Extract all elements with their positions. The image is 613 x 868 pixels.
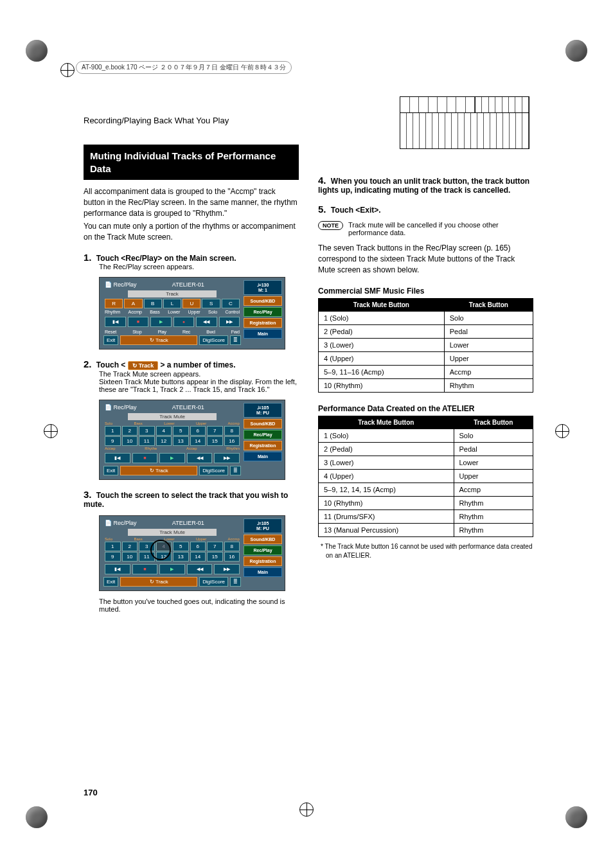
table-row: 1 (Solo)Solo: [319, 429, 533, 443]
lcd-mute-track[interactable]: 10: [122, 436, 138, 446]
lcd-fwd-button[interactable]: ▶▶: [214, 564, 240, 574]
step-number: 1.: [84, 252, 92, 263]
lcd-stop-button[interactable]: ■: [128, 317, 149, 327]
lcd-fwd-button[interactable]: ▶▶: [214, 453, 240, 463]
lcd-mute-track[interactable]: 14: [190, 552, 206, 562]
lcd-mute-track[interactable]: 5: [173, 426, 189, 436]
lcd-mute-track[interactable]: 12: [156, 436, 172, 446]
lcd-mute-track[interactable]: 5: [173, 542, 189, 551]
lcd-track-toggle-button[interactable]: Track: [120, 577, 197, 587]
table-cell: Solo: [454, 429, 533, 443]
lcd-track-button[interactable]: U: [182, 299, 200, 308]
lcd-reset-button[interactable]: ▮◀: [105, 564, 130, 574]
lcd-label: Control: [225, 310, 240, 314]
lcd-mute-track[interactable]: 3: [139, 542, 155, 551]
lcd-rec-button[interactable]: ●: [173, 317, 195, 327]
lcd-digiscore-button[interactable]: DigiScore: [199, 577, 228, 587]
lcd-track-button[interactable]: A: [124, 299, 142, 308]
lcd-label: Upper: [188, 310, 200, 314]
lcd-mute-track[interactable]: 16: [224, 436, 240, 446]
lcd-side-button[interactable]: Main: [244, 329, 282, 339]
lcd-track-button[interactable]: R: [105, 299, 123, 308]
lcd-tempo: ♩=105M: PU: [244, 518, 282, 533]
lcd-mute-track[interactable]: 13: [173, 552, 189, 562]
lcd-mute-track[interactable]: 15: [207, 552, 223, 562]
lcd-mute-track[interactable]: 10: [122, 552, 138, 562]
lcd-mute-track[interactable]: 12: [156, 552, 172, 562]
lcd-mute-track[interactable]: 6: [190, 426, 206, 436]
lcd-mute-track[interactable]: 9: [105, 436, 121, 446]
lcd-list-icon[interactable]: ≣: [230, 577, 241, 587]
lcd-stop-button[interactable]: ■: [132, 564, 158, 574]
binder-ring-icon: [565, 40, 587, 62]
lcd-side-button[interactable]: Registration: [244, 556, 282, 566]
lcd-side-button[interactable]: Main: [244, 567, 282, 577]
lcd-mute-track[interactable]: 3: [139, 426, 155, 436]
lcd-mute-track[interactable]: 11: [139, 436, 155, 446]
lcd-fwd-button[interactable]: ▶▶: [219, 317, 240, 327]
lcd-stop-button[interactable]: ■: [132, 453, 158, 463]
lcd-title-left: Rec/Play: [114, 520, 137, 526]
track-pill-button[interactable]: Track: [128, 361, 159, 370]
lcd-label: Rec: [182, 330, 190, 334]
lcd-list-icon[interactable]: ≣: [230, 335, 241, 345]
lcd-mute-track-muted[interactable]: 4: [156, 542, 172, 551]
lcd-mute-track[interactable]: 16: [224, 552, 240, 562]
table-cell: 3 (Lower): [319, 339, 445, 352]
lcd-side-button[interactable]: Rec/Play: [244, 430, 282, 439]
lcd-mute-track[interactable]: 14: [190, 436, 206, 446]
table-row: 1 (Solo)Solo: [319, 312, 533, 325]
crop-mark-icon: [299, 802, 314, 817]
lcd-mute-track[interactable]: 13: [173, 436, 189, 446]
lcd-exit-button[interactable]: Exit: [103, 577, 118, 587]
lcd-mute-track[interactable]: 7: [207, 542, 223, 551]
lcd-mute-track[interactable]: 15: [207, 436, 223, 446]
lcd-mute-track[interactable]: 2: [122, 542, 138, 551]
lcd-label: Rhythm: [226, 447, 240, 450]
lcd-title-center: ATELIER-01: [172, 404, 204, 411]
lcd-track-button[interactable]: L: [163, 299, 181, 308]
lcd-mute-track[interactable]: 1: [105, 426, 121, 436]
lcd-digiscore-button[interactable]: DigiScore: [199, 335, 228, 345]
lcd-track-toggle-button[interactable]: Track: [120, 466, 197, 475]
lcd-side-button[interactable]: Sound/KBD: [244, 296, 282, 306]
lcd-mute-track[interactable]: 4: [156, 426, 172, 436]
lcd-play-button[interactable]: ▶: [150, 317, 172, 327]
lcd-reset-button[interactable]: ▮◀: [105, 453, 130, 463]
lcd-mute-track[interactable]: 8: [224, 426, 240, 436]
lcd-mute-track[interactable]: 9: [105, 552, 121, 562]
lcd-track-button[interactable]: C: [222, 299, 240, 308]
lcd-side-button[interactable]: Sound/KBD: [244, 535, 282, 544]
lcd-side-button[interactable]: Rec/Play: [244, 545, 282, 555]
lcd-track-button[interactable]: S: [202, 299, 220, 308]
lcd-list-icon[interactable]: ≣: [230, 466, 241, 475]
lcd-mute-track[interactable]: 6: [190, 542, 206, 551]
lcd-side-button[interactable]: Registration: [244, 318, 282, 328]
lcd-side-button[interactable]: Rec/Play: [244, 307, 282, 317]
lcd-mute-track[interactable]: 8: [224, 542, 240, 551]
lcd-bwd-button[interactable]: ◀◀: [187, 453, 213, 463]
lcd-label: Play: [157, 330, 166, 334]
lcd-track-button[interactable]: B: [144, 299, 162, 308]
lcd-side-button[interactable]: Main: [244, 452, 282, 461]
step-number: 5.: [318, 204, 326, 215]
lcd-exit-button[interactable]: Exit: [103, 466, 118, 475]
lcd-track-toggle-button[interactable]: Track: [120, 335, 197, 345]
lcd-mute-track[interactable]: 2: [122, 426, 138, 436]
table-cell: Pedal: [444, 325, 533, 339]
note-text: Track mute will be cancelled if you choo…: [348, 221, 533, 236]
table-cell: Solo: [444, 312, 533, 325]
lcd-bwd-button[interactable]: ◀◀: [196, 317, 217, 327]
lcd-side-button[interactable]: Registration: [244, 441, 282, 450]
lcd-reset-button[interactable]: ▮◀: [105, 317, 126, 327]
lcd-exit-button[interactable]: Exit: [103, 335, 118, 345]
lcd-mute-track[interactable]: 7: [207, 426, 223, 436]
lcd-mute-track[interactable]: 1: [105, 542, 121, 551]
lcd-play-button[interactable]: ▶: [159, 564, 185, 574]
lcd-play-button[interactable]: ▶: [159, 453, 185, 463]
lcd-side-button[interactable]: Sound/KBD: [244, 419, 282, 429]
lcd-tab: Track: [128, 290, 217, 297]
lcd-mute-track[interactable]: 11: [139, 552, 155, 562]
lcd-digiscore-button[interactable]: DigiScore: [199, 466, 228, 475]
lcd-bwd-button[interactable]: ◀◀: [187, 564, 213, 574]
